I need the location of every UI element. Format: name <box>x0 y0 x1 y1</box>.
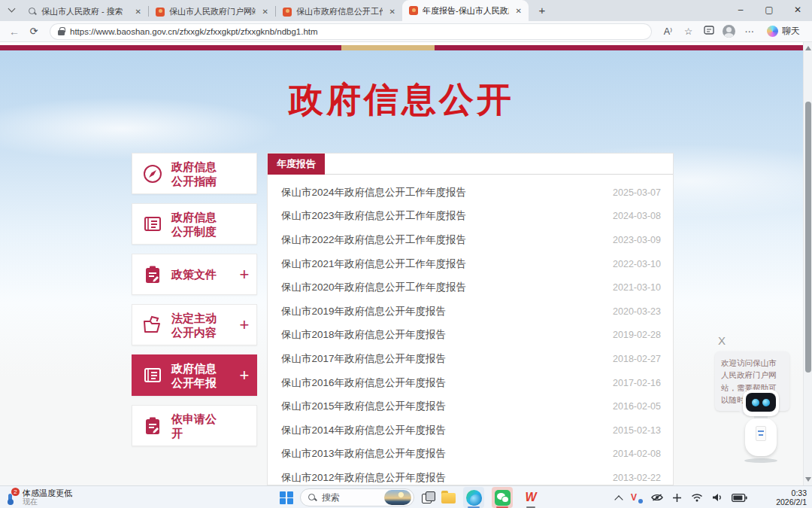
tab-close-icon[interactable]: ✕ <box>133 8 144 16</box>
report-row: 保山市2023年政府信息公开工作年度报告2024-03-08 <box>268 205 673 229</box>
tab-title: 保山市政府信息公开工作年度报告 <box>296 6 383 17</box>
site-nav-highlight <box>341 45 435 50</box>
report-link[interactable]: 保山市2022年政府信息公开工作年度报告 <box>281 233 604 247</box>
sidebar-label: 依申请公 <box>171 412 217 425</box>
close-button[interactable]: ✕ <box>783 0 812 21</box>
taskbar-weather-widget[interactable]: 2 体感温度更低 现在 <box>5 488 72 506</box>
sidebar-item-statutory-disclosure[interactable]: 法定主动公开内容 + <box>132 304 257 345</box>
report-link[interactable]: 保山市2016年政府信息公开年度报告 <box>281 376 604 390</box>
address-bar[interactable]: https://www.baoshan.gov.cn/zfxxgk/zfxxgk… <box>50 23 652 40</box>
chevron-down-icon <box>8 5 16 13</box>
report-link[interactable]: 保山市2018年政府信息公开年度报告 <box>281 328 604 342</box>
report-link[interactable]: 保山市2015年政府信息公开年度报告 <box>281 400 604 413</box>
expand-plus-icon[interactable]: + <box>237 265 252 284</box>
expand-plus-icon[interactable]: + <box>237 315 252 335</box>
sidebar-item-system[interactable]: 政府信息公开制度 <box>132 203 257 245</box>
scroll-down-icon[interactable] <box>805 477 811 482</box>
report-date: 2025-03-07 <box>613 187 661 198</box>
clipboard-pencil-icon <box>141 263 164 286</box>
report-link[interactable]: 保山市2019年政府信息公开年度报告 <box>281 305 604 318</box>
wps-office-button[interactable]: W <box>520 487 541 508</box>
wechat-icon <box>495 490 511 506</box>
sidebar-item-annual-report[interactable]: 政府信息公开年报 + <box>132 354 257 396</box>
taskbar-search-box[interactable]: 搜索 <box>300 488 414 506</box>
tray-overflow-chevron-icon[interactable] <box>616 494 622 500</box>
tab-annual-report[interactable]: 年度报告 <box>268 154 325 175</box>
sidebar-item-guide[interactable]: 政府信息公开指南 <box>132 153 257 194</box>
clipboard-pencil-icon <box>141 415 164 437</box>
eye-icon[interactable] <box>651 493 663 502</box>
report-link[interactable]: 保山市2017年政府信息公开年度报告 <box>281 352 604 366</box>
copilot-chat-button[interactable]: 聊天 <box>761 23 806 40</box>
collections-icon[interactable] <box>700 25 717 38</box>
browser-toolbar: ← ⟳ https://www.baoshan.gov.cn/zfxxgk/zf… <box>0 21 812 42</box>
emblem-favicon-icon <box>156 8 165 17</box>
report-date: 2018-02-27 <box>613 354 661 364</box>
report-row: 保山市2024年政府信息公开工作年度报告2025-03-07 <box>268 181 673 205</box>
report-link[interactable]: 保山市2024年政府信息公开工作年度报告 <box>281 186 604 199</box>
wifi-icon[interactable] <box>691 493 703 502</box>
browser-tab-2[interactable]: 保山市人民政府门户网站 ✕ <box>149 2 275 21</box>
report-row: 保山市2018年政府信息公开年度报告2019-02-28 <box>268 324 673 348</box>
report-link[interactable]: 保山市2013年政府信息公开年度报告 <box>281 447 604 461</box>
search-icon <box>308 494 317 502</box>
assistant-close-button[interactable]: X <box>718 334 726 347</box>
read-aloud-icon[interactable]: A⁾ <box>659 26 677 37</box>
tray-app-icon[interactable]: V <box>631 492 642 503</box>
robot-eye-icon <box>752 399 759 406</box>
browser-tab-3[interactable]: 保山市政府信息公开工作年度报告 ✕ <box>276 2 402 21</box>
page-scrollbar[interactable] <box>803 42 812 485</box>
sidebar-item-policy-files[interactable]: 政策文件 + <box>132 254 257 295</box>
sidebar-label: 政府信息 <box>171 160 217 173</box>
browser-tab-1[interactable]: 保山市人民政府 - 搜索 ✕ <box>22 2 148 21</box>
tab-close-icon[interactable]: ✕ <box>260 8 271 16</box>
report-link[interactable]: 保山市2012年政府信息公开年度报告 <box>281 471 604 485</box>
new-tab-button[interactable]: + <box>533 2 551 20</box>
report-link[interactable]: 保山市2021年政府信息公开工作年度报告 <box>281 257 604 271</box>
taskbar-clock[interactable]: 0:33 2026/2/1 <box>776 488 807 506</box>
edge-icon <box>466 490 482 506</box>
favorite-star-icon[interactable]: ☆ <box>680 26 697 37</box>
maximize-button[interactable]: ▢ <box>755 0 783 21</box>
sidebar-item-apply-disclosure[interactable]: 依申请公开 <box>132 405 257 446</box>
input-indicator-icon[interactable] <box>672 493 682 503</box>
task-view-button[interactable] <box>422 491 434 503</box>
tab-actions-button[interactable] <box>4 2 20 19</box>
report-link[interactable]: 保山市2023年政府信息公开工作年度报告 <box>281 209 604 223</box>
search-favicon-icon <box>29 8 37 16</box>
file-explorer-button[interactable] <box>441 493 456 504</box>
battery-icon[interactable] <box>732 494 747 502</box>
reload-button[interactable]: ⟳ <box>26 26 42 37</box>
report-link[interactable]: 保山市2014年政府信息公开年度报告 <box>281 424 604 437</box>
report-row: 保山市2016年政府信息公开年度报告2017-02-16 <box>268 371 673 395</box>
clock-date: 2026/2/1 <box>776 497 807 506</box>
minimize-button[interactable]: – <box>726 0 755 21</box>
report-row: 保山市2020年政府信息公开工作年度报告2021-03-10 <box>268 275 673 300</box>
panel-header: 年度报告 <box>268 154 673 175</box>
robot-eye-icon <box>762 399 770 406</box>
tab-close-icon[interactable]: ✕ <box>514 7 524 15</box>
back-button[interactable]: ← <box>6 26 23 38</box>
profile-avatar[interactable] <box>723 25 735 38</box>
report-date: 2016-02-05 <box>613 401 661 412</box>
browser-tab-4-active[interactable]: 年度报告-保山市人民政府门户网站 ✕ <box>402 0 529 21</box>
assistant-robot[interactable] <box>738 390 784 463</box>
report-link[interactable]: 保山市2020年政府信息公开工作年度报告 <box>281 281 604 294</box>
search-label: 搜索 <box>322 491 379 504</box>
document-list-icon <box>141 213 164 236</box>
document-list-icon <box>141 364 164 387</box>
weather-headline: 体感温度更低 <box>23 488 72 497</box>
scrollbar-thumb[interactable] <box>805 102 811 373</box>
copilot-label: 聊天 <box>782 25 800 38</box>
volume-icon[interactable] <box>712 493 723 502</box>
scroll-up-icon[interactable] <box>805 46 811 50</box>
edge-browser-button[interactable] <box>463 487 484 508</box>
robot-body <box>745 418 777 456</box>
wechat-button[interactable] <box>492 487 513 508</box>
more-menu-icon[interactable]: ⋯ <box>741 26 758 37</box>
expand-plus-icon[interactable]: + <box>237 366 252 385</box>
report-date: 2015-02-13 <box>613 425 661 436</box>
tab-close-icon[interactable]: ✕ <box>387 8 398 16</box>
thermometer-icon: 2 <box>5 489 17 506</box>
start-button[interactable] <box>280 491 292 504</box>
